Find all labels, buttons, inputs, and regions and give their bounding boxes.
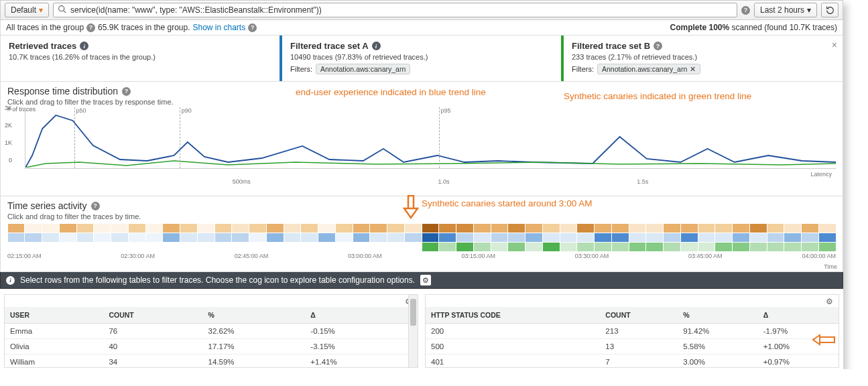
- heatmap-cell[interactable]: [387, 243, 404, 251]
- heatmap-cell[interactable]: [750, 224, 767, 233]
- gear-icon[interactable]: ⚙: [420, 275, 431, 285]
- heatmap-cell[interactable]: [698, 224, 715, 233]
- heatmap-cell[interactable]: [232, 233, 249, 242]
- heatmap-cell[interactable]: [577, 243, 594, 251]
- heatmap-cell[interactable]: [301, 224, 318, 233]
- heatmap-cell[interactable]: [301, 233, 318, 242]
- timeseries-help-icon[interactable]: ?: [91, 202, 100, 210]
- heatmap-cell[interactable]: [664, 243, 680, 251]
- heatmap-cell[interactable]: [767, 233, 784, 242]
- heatmap-cell[interactable]: [249, 233, 266, 242]
- heatmap-cell[interactable]: [129, 243, 145, 251]
- heatmap-cell[interactable]: [646, 243, 663, 251]
- heatmap-cell[interactable]: [163, 243, 180, 251]
- heatmap-cell[interactable]: [577, 224, 594, 233]
- show-in-charts-link[interactable]: Show in charts: [192, 23, 245, 32]
- heatmap-cell[interactable]: [802, 224, 818, 233]
- heatmap-cell[interactable]: [733, 233, 749, 242]
- heatmap-cell[interactable]: [94, 243, 111, 251]
- heatmap-cell[interactable]: [784, 243, 801, 251]
- heatmap-cell[interactable]: [681, 233, 698, 242]
- heatmap-cell[interactable]: [198, 243, 214, 251]
- traces-group-help-icon[interactable]: ?: [86, 23, 95, 32]
- scrollbar[interactable]: [408, 295, 418, 367]
- heatmap-cell[interactable]: [232, 243, 249, 251]
- heatmap-cell[interactable]: [111, 233, 128, 242]
- filter-chip-annotation-canary[interactable]: Annotation.aws:canary_arn: [316, 64, 410, 74]
- heatmap-cell[interactable]: [42, 233, 59, 242]
- col-percent[interactable]: %: [678, 307, 758, 324]
- heatmap-cell[interactable]: [525, 233, 542, 242]
- heatmap-cell[interactable]: [25, 243, 42, 251]
- heatmap-cell[interactable]: [715, 233, 732, 242]
- heatmap-cell[interactable]: [560, 243, 577, 251]
- col-delta[interactable]: Δ: [758, 307, 839, 324]
- heatmap-cell[interactable]: [405, 224, 422, 233]
- heatmap-cell[interactable]: [249, 224, 266, 233]
- heatmap-cell[interactable]: [819, 224, 836, 233]
- heatmap-cell[interactable]: [405, 233, 422, 242]
- heatmap-cell[interactable]: [750, 243, 767, 251]
- heatmap-cell[interactable]: [146, 233, 163, 242]
- info-icon[interactable]: i: [80, 42, 88, 50]
- heatmap-cell[interactable]: [25, 224, 42, 233]
- heatmap-cell[interactable]: [422, 243, 439, 251]
- timeseries-heatmap[interactable]: [7, 223, 836, 251]
- heatmap-cell[interactable]: [77, 233, 94, 242]
- heatmap-cell[interactable]: [94, 233, 111, 242]
- heatmap-cell[interactable]: [560, 224, 577, 233]
- col-count[interactable]: COUNT: [103, 307, 202, 324]
- heatmap-cell[interactable]: [508, 243, 525, 251]
- heatmap-cell[interactable]: [646, 224, 663, 233]
- heatmap-cell[interactable]: [474, 243, 491, 251]
- heatmap-cell[interactable]: [60, 233, 76, 242]
- heatmap-cell[interactable]: [42, 243, 59, 251]
- table-row[interactable]: 40173.00%+0.97%: [426, 355, 839, 368]
- heatmap-cell[interactable]: [629, 243, 646, 251]
- heatmap-cell[interactable]: [336, 233, 353, 242]
- timerange-dropdown[interactable]: Last 2 hours ▾: [754, 3, 817, 17]
- heatmap-cell[interactable]: [543, 233, 560, 242]
- heatmap-cell[interactable]: [336, 224, 353, 233]
- heatmap-cell[interactable]: [595, 224, 611, 233]
- heatmap-cell[interactable]: [318, 233, 335, 242]
- col-status[interactable]: HTTP STATUS CODE: [426, 307, 600, 324]
- heatmap-cell[interactable]: [422, 233, 439, 242]
- response-dist-help-icon[interactable]: ?: [122, 87, 131, 96]
- heatmap-cell[interactable]: [301, 243, 318, 251]
- heatmap-cell[interactable]: [318, 243, 335, 251]
- heatmap-cell[interactable]: [25, 233, 42, 242]
- heatmap-cell[interactable]: [456, 224, 473, 233]
- heatmap-cell[interactable]: [819, 243, 836, 251]
- refresh-button[interactable]: [821, 3, 839, 17]
- heatmap-cell[interactable]: [422, 224, 439, 233]
- heatmap-cell[interactable]: [267, 233, 284, 242]
- heatmap-cell[interactable]: [284, 224, 301, 233]
- heatmap-cell[interactable]: [491, 233, 508, 242]
- heatmap-cell[interactable]: [215, 233, 232, 242]
- heatmap-cell[interactable]: [42, 224, 59, 233]
- heatmap-cell[interactable]: [439, 224, 456, 233]
- col-percent[interactable]: %: [203, 307, 306, 324]
- heatmap-cell[interactable]: [405, 243, 422, 251]
- query-help-icon[interactable]: ?: [741, 6, 750, 15]
- heatmap-cell[interactable]: [146, 243, 163, 251]
- heatmap-cell[interactable]: [525, 224, 542, 233]
- heatmap-cell[interactable]: [474, 224, 491, 233]
- heatmap-cell[interactable]: [267, 224, 284, 233]
- heatmap-cell[interactable]: [439, 243, 456, 251]
- heatmap-cell[interactable]: [353, 233, 370, 242]
- heatmap-cell[interactable]: [8, 224, 25, 233]
- heatmap-cell[interactable]: [508, 233, 525, 242]
- heatmap-cell[interactable]: [387, 224, 404, 233]
- heatmap-cell[interactable]: [819, 233, 836, 242]
- heatmap-cell[interactable]: [284, 233, 301, 242]
- heatmap-cell[interactable]: [60, 224, 76, 233]
- heatmap-cell[interactable]: [353, 243, 370, 251]
- heatmap-cell[interactable]: [733, 243, 749, 251]
- heatmap-cell[interactable]: [698, 243, 715, 251]
- query-input[interactable]: [70, 5, 733, 15]
- heatmap-cell[interactable]: [146, 224, 163, 233]
- heatmap-cell[interactable]: [595, 233, 611, 242]
- filter-chip-annotation-canary[interactable]: Annotation.aws:canary_arn ✕: [597, 64, 700, 74]
